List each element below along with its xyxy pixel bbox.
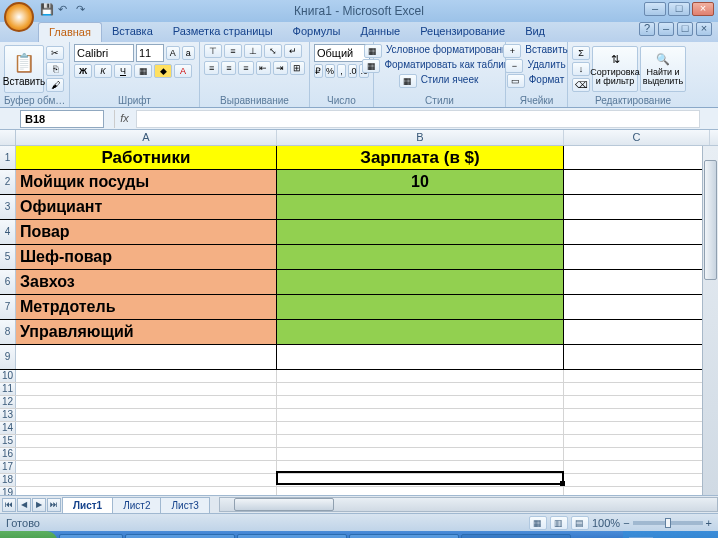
fill-color-button[interactable]: ◆	[154, 64, 172, 78]
minimize-button[interactable]: –	[644, 2, 666, 16]
cell-c4[interactable]	[564, 220, 710, 244]
cell-c5[interactable]	[564, 245, 710, 269]
align-middle-button[interactable]: ≡	[224, 44, 242, 58]
decrease-indent-button[interactable]: ⇤	[256, 61, 271, 75]
zoom-in-button[interactable]: +	[706, 517, 712, 529]
view-pagebreak-button[interactable]: ▤	[571, 516, 589, 530]
cell-b8[interactable]	[277, 320, 564, 344]
cell-c3[interactable]	[564, 195, 710, 219]
undo-icon[interactable]: ↶	[58, 3, 72, 17]
comma-button[interactable]: ,	[337, 64, 346, 78]
horizontal-scrollbar[interactable]	[219, 497, 718, 512]
tab-layout[interactable]: Разметка страницы	[163, 22, 283, 42]
percent-button[interactable]: %	[325, 64, 335, 78]
align-left-button[interactable]: ≡	[204, 61, 219, 75]
maximize-button[interactable]: □	[668, 2, 690, 16]
row-header[interactable]: 2	[0, 170, 16, 194]
conditional-format-button[interactable]: Условное форматирование	[384, 44, 515, 58]
delete-cells-button[interactable]: Удалить	[525, 59, 567, 73]
zoom-level[interactable]: 100%	[592, 517, 620, 529]
insert-cells-button[interactable]: Вставить	[523, 44, 569, 58]
format-cells-button[interactable]: Формат	[527, 74, 567, 88]
increase-decimal-button[interactable]: .0	[348, 64, 358, 78]
paste-button[interactable]: 📋 Вставить	[4, 45, 44, 93]
row-header[interactable]: 19	[0, 487, 16, 495]
row-header[interactable]: 14	[0, 422, 16, 434]
zoom-slider[interactable]	[633, 521, 703, 525]
cell-b4[interactable]	[277, 220, 564, 244]
row-header[interactable]: 17	[0, 461, 16, 473]
cell-a6[interactable]: Завхоз	[16, 270, 277, 294]
vertical-scrollbar[interactable]	[702, 146, 718, 495]
cell-b2[interactable]: 10	[277, 170, 564, 194]
min-ribbon-button[interactable]: –	[658, 22, 674, 36]
row-header[interactable]: 10	[0, 370, 16, 382]
sheet-tab-3[interactable]: Лист3	[160, 497, 209, 513]
row-header[interactable]: 5	[0, 245, 16, 269]
underline-button[interactable]: Ч	[114, 64, 132, 78]
taskbar-item[interactable]: 📄Задачи по теме …	[237, 534, 347, 539]
row-header[interactable]: 6	[0, 270, 16, 294]
row-header[interactable]: 16	[0, 448, 16, 460]
row-header[interactable]: 8	[0, 320, 16, 344]
save-icon[interactable]: 💾	[40, 3, 54, 17]
cell-c9[interactable]	[564, 345, 710, 369]
cell-a7[interactable]: Метрдотель	[16, 295, 277, 319]
cell-a8[interactable]: Управляющий	[16, 320, 277, 344]
row-header[interactable]: 4	[0, 220, 16, 244]
cell-b3[interactable]	[277, 195, 564, 219]
cut-button[interactable]: ✂	[46, 46, 64, 60]
orientation-button[interactable]: ⤡	[264, 44, 282, 58]
sheet-tab-1[interactable]: Лист1	[62, 497, 113, 513]
merge-button[interactable]: ⊞	[290, 61, 305, 75]
font-name-input[interactable]	[74, 44, 134, 62]
col-header-a[interactable]: A	[16, 130, 277, 145]
cell-c2[interactable]	[564, 170, 710, 194]
fill-button[interactable]: ↓	[572, 62, 590, 76]
format-painter-button[interactable]: 🖌	[46, 78, 64, 92]
cell-c1[interactable]	[564, 146, 710, 169]
italic-button[interactable]: К	[94, 64, 112, 78]
clear-button[interactable]: ⌫	[572, 78, 590, 92]
row-header[interactable]: 7	[0, 295, 16, 319]
taskbar-item[interactable]: 📁эксель	[59, 534, 124, 539]
cell-c7[interactable]	[564, 295, 710, 319]
taskbar-item-active[interactable]: 📊Microsoft Excel - …	[461, 534, 571, 539]
cell-a9[interactable]	[16, 345, 277, 369]
cell-a2[interactable]: Мойщик посуды	[16, 170, 277, 194]
view-layout-button[interactable]: ▥	[550, 516, 568, 530]
bold-button[interactable]: Ж	[74, 64, 92, 78]
grow-font-button[interactable]: A	[166, 46, 180, 60]
cell-b5[interactable]	[277, 245, 564, 269]
cell-b9[interactable]	[277, 345, 564, 369]
row-header[interactable]: 15	[0, 435, 16, 447]
row-header[interactable]: 3	[0, 195, 16, 219]
cell-a4[interactable]: Повар	[16, 220, 277, 244]
zoom-out-button[interactable]: −	[623, 517, 629, 529]
next-sheet-button[interactable]: ▶	[32, 498, 46, 512]
find-select-button[interactable]: 🔍 Найти и выделить	[640, 46, 686, 92]
view-normal-button[interactable]: ▦	[529, 516, 547, 530]
restore-button[interactable]: □	[677, 22, 693, 36]
copy-button[interactable]: ⎘	[46, 62, 64, 76]
last-sheet-button[interactable]: ⏭	[47, 498, 61, 512]
row-header[interactable]: 9	[0, 345, 16, 369]
tab-home[interactable]: Главная	[38, 22, 102, 42]
currency-button[interactable]: ₽	[314, 64, 323, 78]
align-bottom-button[interactable]: ⊥	[244, 44, 262, 58]
start-button[interactable]: ⊞ пуск	[0, 531, 58, 538]
prev-sheet-button[interactable]: ◀	[17, 498, 31, 512]
formula-input[interactable]	[136, 110, 700, 128]
row-header[interactable]: 18	[0, 474, 16, 486]
format-table-button[interactable]: Форматировать как таблицу	[382, 59, 516, 73]
shrink-font-button[interactable]: a	[182, 46, 196, 60]
help-button[interactable]: ?	[639, 22, 655, 36]
taskbar-item[interactable]: 📄Задание - Micros…	[349, 534, 459, 539]
tab-review[interactable]: Рецензирование	[410, 22, 515, 42]
row-header[interactable]: 1	[0, 146, 16, 169]
col-header-b[interactable]: B	[277, 130, 564, 145]
row-header[interactable]: 11	[0, 383, 16, 395]
scroll-thumb[interactable]	[234, 498, 334, 511]
wrap-text-button[interactable]: ↵	[284, 44, 302, 58]
cell-b7[interactable]	[277, 295, 564, 319]
